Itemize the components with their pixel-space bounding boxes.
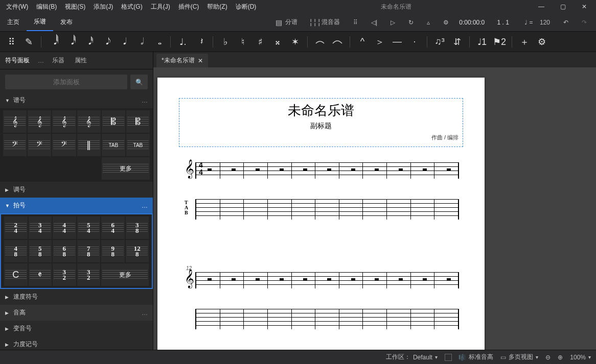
timesig-cell[interactable]: 54 xyxy=(77,216,101,239)
palette-search-input[interactable] xyxy=(5,75,127,89)
menu-view[interactable]: 视图(S) xyxy=(61,1,89,13)
clef-cell[interactable]: 𝄢 xyxy=(52,134,76,156)
accent-icon[interactable]: ＞ xyxy=(373,35,387,49)
timesig-cell[interactable]: 34 xyxy=(29,216,52,239)
timesig-more[interactable]: 更多 xyxy=(101,263,149,286)
section-timesig[interactable]: ▼拍号… xyxy=(0,198,153,213)
flat-icon[interactable]: ♭ xyxy=(218,35,233,49)
metronome-button[interactable]: ▵ xyxy=(424,17,433,28)
score-subtitle[interactable]: 副标题 xyxy=(184,122,459,131)
clef-cell[interactable]: 𝄞 xyxy=(3,110,27,133)
score-page[interactable]: 未命名乐谱 副标题 作曲 / 编排 𝄞 44 T A B xyxy=(157,78,485,350)
rest-icon[interactable]: 𝄽 xyxy=(193,35,208,49)
tab-score[interactable]: 乐谱 xyxy=(27,13,53,31)
pencil-icon[interactable]: ✎ xyxy=(21,35,36,49)
toolbar-settings-icon[interactable]: ⚙ xyxy=(535,35,549,49)
score-composer[interactable]: 作曲 / 编排 xyxy=(184,134,459,141)
staff-standard[interactable]: 𝄞 44 xyxy=(195,162,459,179)
tempo-display[interactable]: ♩ = 120 xyxy=(521,17,553,28)
drag-handle-icon[interactable]: ⠿ xyxy=(350,17,361,28)
timesig-cell[interactable]: 24 xyxy=(4,216,28,239)
timesig-cell[interactable]: 78 xyxy=(77,240,101,262)
grip-icon[interactable]: ⠿ xyxy=(4,35,18,49)
clef-cell[interactable]: 𝄡 xyxy=(126,110,150,133)
toggle-accidental-icon[interactable]: ✶ xyxy=(288,35,302,49)
timesig-cell[interactable]: 32 xyxy=(53,263,76,286)
clef-cell[interactable]: ‖ xyxy=(77,134,101,156)
menu-diagnostics[interactable]: 诊断(D) xyxy=(232,1,261,13)
clef-cell[interactable]: 𝄡 xyxy=(102,110,125,133)
staccato-icon[interactable]: · xyxy=(407,35,422,49)
loop-button[interactable]: ↻ xyxy=(405,17,417,28)
menu-format[interactable]: 格式(G) xyxy=(117,1,146,13)
search-button[interactable]: 🔍 xyxy=(130,75,148,89)
menu-edit[interactable]: 编辑(B) xyxy=(32,1,61,13)
menu-file[interactable]: 文件(W) xyxy=(2,1,32,13)
note-64th-icon[interactable]: 𝅘𝅥𝅲 xyxy=(47,35,61,49)
clef-cell[interactable]: 𝄢 xyxy=(28,134,51,156)
document-tab[interactable]: *未命名乐谱✕ xyxy=(156,54,208,67)
double-sharp-icon[interactable]: 𝄪 xyxy=(270,35,285,49)
sidebar-tab-instruments[interactable]: 乐器 xyxy=(47,52,70,69)
timesig-cell[interactable]: 38 xyxy=(126,216,149,239)
score-canvas[interactable]: 未命名乐谱 副标题 作曲 / 编排 𝄞 44 T A B xyxy=(153,67,596,350)
undo-button[interactable]: ↶ xyxy=(560,17,571,28)
tab-home[interactable]: 主页 xyxy=(0,14,27,31)
time-display[interactable]: 0:00:00:0 xyxy=(459,19,485,26)
marcato-icon[interactable]: ^ xyxy=(355,35,370,49)
staff-tab[interactable]: T A B xyxy=(195,199,459,220)
timesig-cell[interactable]: C xyxy=(4,263,28,286)
note-whole-icon[interactable]: 𝅝 xyxy=(151,35,165,49)
sidebar-tab-properties[interactable]: 属性 xyxy=(70,52,92,69)
section-menu-icon[interactable]: … xyxy=(142,97,148,104)
tie-icon[interactable] xyxy=(313,35,327,49)
note-32nd-icon[interactable]: 𝅘𝅥𝅱 xyxy=(64,35,78,49)
sidebar-tab-more-icon[interactable]: … xyxy=(35,57,47,64)
maximize-button[interactable]: ▢ xyxy=(553,1,572,12)
clef-cell[interactable]: TAB xyxy=(102,134,125,156)
tuplet-icon[interactable]: ♫³ xyxy=(432,35,447,49)
parts-button[interactable]: ▤分谱 xyxy=(271,16,301,29)
note-8th-icon[interactable]: 𝅘𝅥𝅮 xyxy=(99,35,113,49)
clef-cell[interactable]: TAB xyxy=(126,134,150,156)
voice2-icon[interactable]: ⚑2 xyxy=(492,35,507,49)
section-keysig[interactable]: ▶调号 xyxy=(0,182,153,198)
clef-cell[interactable]: 𝄢 xyxy=(3,134,27,156)
clef-cell[interactable]: 𝄞 xyxy=(52,110,76,133)
note-16th-icon[interactable]: 𝅘𝅥𝅰 xyxy=(81,35,96,49)
menu-plugins[interactable]: 插件(C) xyxy=(174,1,203,13)
timesig-cell[interactable]: 68 xyxy=(53,240,76,262)
mixer-button[interactable]: ╎╎╎混音器 xyxy=(308,16,343,29)
section-menu-icon[interactable]: … xyxy=(142,309,148,317)
timesig-cell[interactable]: 44 xyxy=(53,216,76,239)
menu-add[interactable]: 添加(J) xyxy=(89,1,117,13)
zoom-value[interactable]: 100%▾ xyxy=(570,354,591,361)
slur-icon[interactable] xyxy=(330,35,345,49)
natural-icon[interactable]: ♮ xyxy=(236,35,250,49)
position-display[interactable]: 1 . 1 xyxy=(492,19,514,26)
dot-icon[interactable]: ♩. xyxy=(176,35,190,49)
tenuto-icon[interactable]: — xyxy=(390,35,404,49)
timesig-cell[interactable]: 32 xyxy=(77,263,101,286)
clef-cell[interactable]: 𝄞 xyxy=(28,110,51,133)
play-button[interactable]: ▷ xyxy=(387,17,398,28)
zoom-out-button[interactable]: ⊖ xyxy=(545,354,551,361)
menu-tools[interactable]: 工具(J) xyxy=(147,1,174,13)
voice1-icon[interactable]: ♩1 xyxy=(475,35,489,49)
staff-standard[interactable]: 𝄞 xyxy=(195,272,459,288)
view-mode-selector[interactable]: ▭多页视图▾ xyxy=(500,353,538,361)
title-frame[interactable]: 未命名乐谱 副标题 作曲 / 编排 xyxy=(179,98,463,147)
score-title[interactable]: 未命名乐谱 xyxy=(184,102,459,119)
staff-tab[interactable] xyxy=(195,309,459,329)
timesig-cell[interactable]: 64 xyxy=(101,216,125,239)
timesig-cell[interactable]: 48 xyxy=(4,240,28,262)
note-half-icon[interactable]: 𝅗𝅥 xyxy=(133,35,148,49)
timesig-cell[interactable]: 128 xyxy=(126,240,149,262)
clef-cell[interactable]: 𝄞 xyxy=(77,110,101,133)
tab-publish[interactable]: 发布 xyxy=(53,14,80,31)
section-menu-icon[interactable]: … xyxy=(142,202,148,209)
clefs-more[interactable]: 更多 xyxy=(102,157,150,180)
note-quarter-icon[interactable]: 𝅘𝅥 xyxy=(116,35,130,49)
close-button[interactable]: ✕ xyxy=(575,1,594,12)
sharp-icon[interactable]: ♯ xyxy=(253,35,267,49)
